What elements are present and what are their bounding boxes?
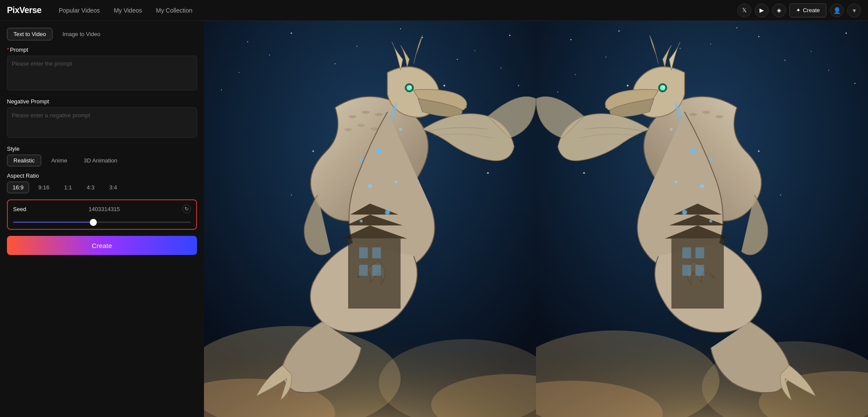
svg-point-35 [444, 85, 445, 86]
sparkle-icon: ✦ [796, 7, 801, 13]
video-cell-left [204, 21, 536, 417]
svg-point-44 [758, 36, 759, 37]
twitter-icon: 𝕏 [742, 7, 746, 13]
svg-point-38 [291, 194, 292, 195]
chevron-down-button[interactable]: ▾ [847, 3, 861, 17]
svg-point-48 [736, 27, 737, 28]
svg-point-49 [785, 60, 786, 60]
svg-point-76 [627, 85, 628, 86]
nav-my-collection[interactable]: My Collection [156, 7, 192, 14]
user-avatar-button[interactable]: 👤 [830, 3, 844, 17]
prompt-input[interactable] [7, 56, 197, 90]
seed-slider[interactable] [13, 222, 191, 223]
svg-point-3 [356, 46, 357, 46]
svg-point-39 [487, 172, 489, 174]
svg-point-36 [465, 107, 467, 108]
required-star: * [7, 46, 9, 53]
svg-point-47 [605, 57, 606, 58]
discord-icon: ◈ [777, 7, 781, 13]
svg-point-55 [710, 43, 711, 44]
svg-point-80 [583, 172, 585, 174]
tab-text-to-video[interactable]: Text to Video [7, 28, 53, 40]
twitter-button[interactable]: 𝕏 [737, 3, 751, 17]
youtube-button[interactable]: ▶ [755, 3, 769, 17]
nav-popular-videos[interactable]: Popular Videos [59, 7, 100, 14]
nav-my-videos[interactable]: My Videos [114, 7, 142, 14]
svg-point-10 [239, 72, 240, 73]
seed-row: Seed 1403314315 ↻ [13, 205, 191, 213]
aspect-9-16[interactable]: 9:16 [33, 182, 55, 193]
svg-point-7 [269, 55, 270, 56]
aspect-ratio-section: Aspect Ratio 16:9 9:16 1:1 4:3 3:4 [7, 172, 197, 193]
svg-point-33 [359, 158, 363, 162]
svg-point-50 [575, 74, 576, 75]
youtube-icon: ▶ [760, 7, 764, 13]
header-right: 𝕏 ▶ ◈ ✦ Create 👤 ▾ [737, 3, 861, 17]
svg-rect-65 [682, 247, 691, 258]
svg-point-8 [400, 28, 401, 29]
header-create-label: Create [803, 7, 820, 13]
seed-refresh-button[interactable]: ↻ [182, 205, 191, 213]
svg-point-43 [680, 48, 681, 49]
svg-point-79 [780, 194, 781, 195]
main-content: Text to Video Image to Video *Prompt Neg… [0, 21, 868, 417]
dragon-image-left [204, 21, 536, 417]
svg-point-45 [811, 51, 812, 52]
style-3d-animation[interactable]: 3D Animation [77, 155, 124, 166]
tab-image-to-video[interactable]: Image to Video [56, 28, 107, 40]
svg-point-72 [710, 220, 712, 222]
svg-rect-68 [695, 265, 704, 276]
seed-label: Seed [13, 206, 26, 212]
svg-point-14 [221, 89, 222, 90]
refresh-icon: ↻ [184, 206, 189, 212]
svg-rect-24 [359, 247, 368, 258]
svg-point-28 [376, 149, 381, 154]
svg-rect-25 [372, 247, 381, 258]
main-nav: Popular Videos My Videos My Collection [59, 7, 737, 14]
svg-rect-26 [359, 265, 368, 276]
negative-prompt-input[interactable] [7, 107, 197, 138]
header-create-button[interactable]: ✦ Create [789, 3, 826, 17]
svg-point-9 [457, 59, 458, 60]
svg-point-31 [360, 220, 362, 222]
aspect-ratio-buttons: 16:9 9:16 1:1 4:3 3:4 [7, 182, 197, 193]
user-icon: 👤 [833, 7, 841, 14]
svg-point-2 [291, 33, 292, 34]
svg-point-71 [682, 210, 687, 215]
aspect-4-3[interactable]: 4:3 [81, 182, 100, 193]
svg-point-63 [663, 86, 664, 88]
svg-point-29 [368, 184, 372, 188]
svg-point-22 [409, 86, 411, 88]
svg-point-32 [395, 180, 398, 183]
svg-point-1 [247, 41, 248, 42]
negative-prompt-section: Negative Prompt [7, 98, 197, 139]
svg-point-70 [700, 184, 704, 188]
svg-point-53 [854, 83, 855, 84]
style-anime[interactable]: Anime [45, 155, 74, 166]
aspect-3-4[interactable]: 3:4 [104, 182, 123, 193]
svg-point-77 [605, 107, 607, 108]
left-panel: Text to Video Image to Video *Prompt Neg… [0, 21, 204, 417]
seed-value: 1403314315 [89, 206, 120, 212]
video-cell-right [536, 21, 868, 417]
header: PixVerse Popular Videos My Videos My Col… [0, 0, 868, 21]
logo: PixVerse [7, 5, 41, 15]
aspect-1-1[interactable]: 1:1 [59, 182, 78, 193]
negative-prompt-label: Negative Prompt [7, 98, 197, 105]
aspect-16-9[interactable]: 16:9 [7, 182, 29, 193]
svg-rect-67 [682, 265, 691, 276]
svg-point-34 [399, 128, 402, 131]
svg-point-11 [335, 63, 335, 64]
svg-point-78 [758, 150, 760, 152]
style-section: Style Realistic Anime 3D Animation [7, 146, 197, 166]
svg-point-69 [690, 149, 696, 154]
style-buttons: Realistic Anime 3D Animation [7, 155, 197, 166]
style-realistic[interactable]: Realistic [7, 155, 41, 166]
prompt-section: *Prompt [7, 46, 197, 92]
svg-point-74 [709, 158, 713, 162]
svg-point-6 [509, 35, 510, 36]
create-button[interactable]: Create [7, 236, 197, 255]
style-label: Style [7, 146, 197, 152]
svg-rect-66 [695, 247, 704, 258]
discord-button[interactable]: ◈ [772, 3, 786, 17]
